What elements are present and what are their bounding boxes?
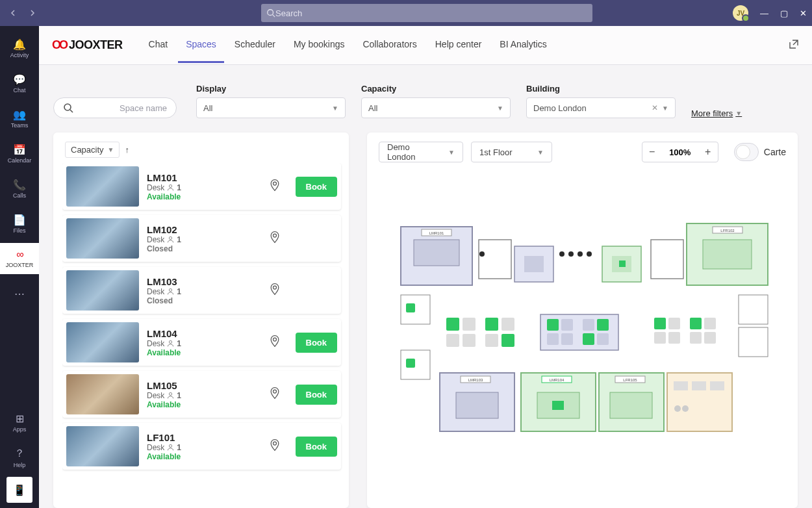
location-pin-icon[interactable]: [268, 281, 283, 299]
display-filter-select[interactable]: All▼: [196, 97, 346, 118]
building-filter-label: Building: [526, 84, 676, 94]
svg-point-75: [479, 251, 485, 257]
room-thumbnail: [66, 166, 139, 207]
svg-rect-39: [597, 319, 609, 331]
book-button[interactable]: Book: [296, 437, 338, 457]
sort-direction-button[interactable]: ↑: [125, 145, 129, 155]
teams-siderail: 🔔Activity 💬Chat 👥Teams 📅Calendar 📞Calls …: [0, 26, 39, 508]
global-search-input[interactable]: Search: [261, 4, 592, 22]
jooxter-icon: ∞: [16, 249, 22, 260]
svg-point-0: [268, 10, 273, 16]
rail-device-button[interactable]: 📱: [6, 477, 32, 503]
popout-button[interactable]: [789, 39, 799, 52]
rail-jooxter[interactable]: ∞JOOXTER: [0, 243, 39, 274]
rail-label: Calls: [13, 192, 26, 199]
svg-rect-62: [552, 401, 564, 410]
window-maximize-button[interactable]: ▢: [780, 8, 788, 18]
tab-collaborators[interactable]: Collaborators: [355, 27, 424, 63]
sort-label: Capacity: [71, 145, 104, 155]
rail-label: JOOXTER: [6, 262, 34, 268]
more-icon: ⋯: [14, 288, 25, 300]
chevron-down-icon: ▼: [497, 105, 503, 112]
nav-back-button[interactable]: [5, 5, 21, 21]
zoom-out-button[interactable]: −: [642, 146, 662, 158]
svg-rect-26: [463, 318, 476, 331]
user-avatar[interactable]: JV: [733, 5, 748, 21]
rail-calendar[interactable]: 📅Calendar: [0, 138, 39, 169]
room-card[interactable]: LM103 Desk 1 Closed Book: [62, 267, 341, 314]
calendar-icon: 📅: [13, 144, 26, 156]
location-pin-icon[interactable]: [268, 177, 283, 196]
svg-rect-32: [501, 334, 514, 347]
display-filter-label: Display: [196, 84, 346, 94]
svg-rect-51: [406, 303, 415, 312]
map-toggle[interactable]: [734, 143, 759, 161]
room-card[interactable]: LM101 Desk 1 Available Book: [62, 163, 341, 210]
tab-spaces[interactable]: Spaces: [178, 27, 224, 63]
sort-select[interactable]: Capacity▼: [65, 142, 120, 158]
floorplan-canvas[interactable]: LMR101 LFR102: [379, 162, 786, 499]
svg-rect-50: [401, 295, 430, 324]
location-pin-icon[interactable]: [268, 437, 283, 455]
book-button[interactable]: Book: [296, 333, 338, 353]
room-status: Available: [147, 348, 244, 357]
tab-my-bookings[interactable]: My bookings: [286, 27, 353, 63]
location-pin-icon[interactable]: [268, 229, 283, 248]
capacity-filter-select[interactable]: All▼: [361, 97, 511, 118]
window-close-button[interactable]: ✕: [800, 8, 807, 18]
svg-rect-34: [547, 319, 559, 331]
tab-chat[interactable]: Chat: [141, 27, 176, 63]
building-filter-select[interactable]: Demo London✕▼: [526, 97, 676, 118]
more-filters-button[interactable]: More filters▼: [691, 108, 742, 118]
svg-rect-40: [583, 333, 594, 345]
book-button[interactable]: Book: [296, 385, 338, 405]
rail-apps[interactable]: ⊞Apps: [0, 407, 39, 438]
svg-text:LMR101: LMR101: [429, 231, 444, 235]
rail-label: Calendar: [8, 157, 32, 164]
svg-rect-29: [485, 318, 498, 331]
tab-help-center[interactable]: Help center: [427, 27, 490, 63]
room-thumbnail: [66, 374, 139, 414]
room-card[interactable]: LM102 Desk 1 Closed Book: [62, 215, 341, 262]
rail-label: Teams: [11, 122, 29, 129]
rail-label: Files: [13, 227, 25, 234]
nav-forward-button[interactable]: [25, 5, 40, 21]
zoom-value: 100%: [662, 147, 698, 157]
svg-rect-44: [654, 332, 666, 344]
svg-line-1: [273, 15, 275, 18]
chat-icon: 💬: [13, 73, 26, 86]
clear-icon[interactable]: ✕: [652, 103, 658, 112]
svg-rect-48: [690, 332, 702, 344]
rail-help[interactable]: ？Help: [0, 442, 39, 473]
room-meta: Desk 1: [147, 339, 244, 348]
svg-rect-25: [446, 318, 459, 331]
map-building-select[interactable]: Demo London▼: [379, 142, 463, 162]
location-pin-icon[interactable]: [268, 333, 283, 351]
rail-more[interactable]: ⋯: [0, 278, 39, 309]
zoom-in-button[interactable]: +: [698, 146, 718, 158]
room-card[interactable]: LF101 Desk 1 Available Book: [62, 423, 341, 470]
rail-files[interactable]: 📄Files: [0, 208, 39, 239]
room-card[interactable]: LM104 Desk 1 Available Book: [62, 319, 341, 366]
svg-rect-52: [401, 350, 430, 379]
svg-point-2: [64, 104, 71, 110]
rail-calls[interactable]: 📞Calls: [0, 173, 39, 204]
tab-scheduler[interactable]: Scheduler: [227, 27, 283, 63]
teams-icon: 👥: [13, 108, 26, 121]
phone-icon: 📞: [13, 179, 26, 191]
rail-activity[interactable]: 🔔Activity: [0, 32, 39, 64]
room-card[interactable]: LM105 Desk 1 Available Book: [62, 371, 341, 418]
space-name-search[interactable]: Space name: [53, 97, 177, 118]
window-minimize-button[interactable]: —: [760, 8, 768, 18]
room-thumbnail: [66, 218, 139, 259]
room-name: LM101: [147, 172, 244, 183]
tab-bi-analytics[interactable]: BI Analytics: [492, 27, 554, 63]
map-floor-select[interactable]: 1st Floor▼: [471, 142, 552, 162]
room-status: Closed: [147, 296, 244, 305]
rail-teams[interactable]: 👥Teams: [0, 103, 39, 134]
rail-chat[interactable]: 💬Chat: [0, 68, 39, 99]
room-meta: Desk 1: [147, 287, 244, 296]
room-name: LM103: [147, 276, 244, 287]
location-pin-icon[interactable]: [268, 385, 283, 403]
book-button[interactable]: Book: [296, 177, 338, 197]
